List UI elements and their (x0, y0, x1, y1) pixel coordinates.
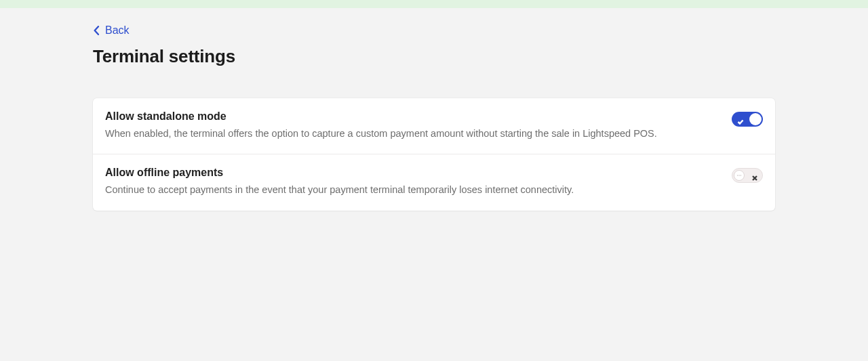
settings-card: Allow standalone mode When enabled, the … (93, 98, 775, 211)
setting-description: When enabled, the terminal offers the op… (105, 127, 715, 140)
chevron-left-icon (93, 26, 100, 35)
svg-point-1 (737, 175, 738, 176)
back-link[interactable]: Back (93, 24, 130, 37)
setting-row-offline-payments: Allow offline payments Continue to accep… (93, 154, 775, 210)
setting-title: Allow offline payments (105, 167, 715, 179)
close-icon (751, 172, 758, 179)
toggle-knob (734, 170, 745, 181)
back-link-label: Back (105, 24, 130, 37)
check-icon (737, 116, 744, 123)
setting-description: Continue to accept payments in the event… (105, 183, 715, 196)
page-title: Terminal settings (93, 46, 775, 67)
setting-row-standalone-mode: Allow standalone mode When enabled, the … (93, 98, 775, 154)
toggle-standalone-mode[interactable] (732, 112, 763, 127)
top-banner (0, 0, 868, 8)
setting-title: Allow standalone mode (105, 110, 715, 123)
toggle-knob (749, 113, 762, 125)
svg-point-0 (738, 175, 740, 176)
setting-text: Allow offline payments Continue to accep… (105, 167, 732, 196)
toggle-offline-payments[interactable] (732, 168, 763, 183)
svg-point-2 (741, 175, 742, 176)
settings-container: Back Terminal settings Allow standalone … (93, 8, 775, 211)
setting-text: Allow standalone mode When enabled, the … (105, 110, 732, 140)
